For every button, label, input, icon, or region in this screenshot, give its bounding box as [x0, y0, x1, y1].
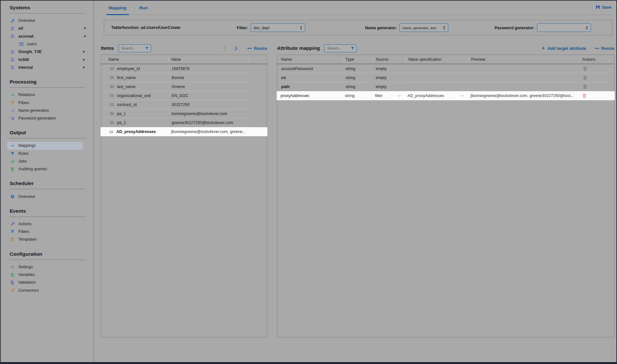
sidebar-item-label: Filters [18, 229, 29, 234]
mapping-resize-button[interactable]: Resize [595, 46, 614, 51]
sidebar-section-processing: ProcessingRelationsFiltersName generatio… [1, 75, 94, 122]
source-select[interactable]: empty [373, 82, 406, 91]
page-next-button[interactable] [235, 46, 237, 50]
sidebar-item-ad[interactable]: ad [7, 24, 83, 32]
row-gutter [249, 109, 267, 118]
attribute-mapping-title: Attribute mapping [277, 45, 320, 51]
sidebar-item-mappings[interactable]: Mappings [7, 142, 83, 149]
sidebar-item-google-t4e[interactable]: Google_T4E [7, 48, 83, 56]
row-gutter [610, 82, 614, 91]
mapping-row-accountpassword[interactable]: accountPasswordstringempty [277, 64, 614, 73]
drag-handle-icon[interactable] [110, 85, 114, 88]
drag-handle-icon[interactable] [110, 76, 114, 79]
sidebar-item-variables[interactable]: Variables [7, 271, 83, 279]
table-function-label: Table/function: ad.Users/UserCreate [111, 25, 180, 30]
users-icon [10, 57, 15, 62]
column-header-name[interactable]: Name [277, 55, 343, 64]
item-name: first_name [117, 75, 136, 80]
drag-handle-icon[interactable] [110, 112, 114, 115]
section-divider [10, 217, 85, 217]
sidebar-item-connectors[interactable]: Connectors [7, 287, 83, 294]
sidebar-item-filters[interactable]: Filters [7, 99, 83, 106]
attribute-preview [469, 73, 580, 82]
items-row-pa-2[interactable]: pa_2greene30227250@tools4ever.com [101, 118, 267, 127]
drag-handle-icon[interactable] [110, 94, 114, 97]
sidebar-item-hr500[interactable]: hr500 [7, 56, 83, 63]
attribute-name: accountPassword [281, 67, 313, 71]
column-header-value[interactable]: Value [168, 55, 249, 64]
note-pencil-icon [10, 159, 15, 164]
users-icon [10, 34, 15, 39]
items-row-employee-id[interactable]: employee_id16875678 [101, 64, 267, 73]
chevron-right-icon[interactable] [83, 50, 86, 53]
source-select[interactable]: filter [372, 91, 405, 100]
sidebar-item-templates[interactable]: Templates [7, 235, 83, 243]
sidebar-item-azuread[interactable]: azuread [7, 32, 83, 40]
value-specification-select[interactable] [406, 73, 469, 82]
chevron-right-icon[interactable] [83, 58, 86, 61]
mapping-row-cn[interactable]: cnstringempty [277, 73, 614, 82]
sidebar-item-settings[interactable]: Settings [7, 263, 83, 271]
sidebar-item-name-generation[interactable]: Name generation [7, 107, 83, 114]
password-generator-label: Password generator: [495, 25, 534, 30]
items-resize-button[interactable]: Resize [247, 46, 267, 51]
value-specification-select[interactable]: AD_proxyAddresses [405, 91, 468, 100]
sidebar-item-label: Settings [18, 265, 33, 269]
sidebar-item-validation[interactable]: Validation [7, 279, 83, 286]
value-specification-select[interactable] [406, 64, 469, 73]
sidebar-item-filters[interactable]: Filters [7, 228, 83, 235]
column-header-source[interactable]: Source [373, 55, 406, 64]
drag-handle-icon[interactable] [109, 130, 113, 134]
sidebar-item-label: Password generation [18, 116, 56, 120]
drag-handle-icon[interactable] [110, 67, 114, 70]
items-row-contract-id[interactable]: contract_id30227250 [101, 100, 267, 109]
sidebar-item-label: Auditing queries [18, 167, 47, 171]
chevron-down-icon[interactable] [84, 36, 86, 39]
column-header-preview[interactable]: Preview [469, 55, 580, 64]
column-header-name[interactable]: Name [101, 55, 168, 64]
items-panel-title: Items [101, 45, 114, 51]
page-previous-button[interactable] [223, 46, 226, 50]
name-generator-select[interactable]: name_generator_test [399, 23, 448, 32]
filter-select[interactable]: doc_dept [251, 23, 305, 32]
sidebar-item-users[interactable]: users [7, 40, 83, 48]
items-row-first-name[interactable]: first_nameBonnie [101, 73, 267, 82]
drag-handle-icon[interactable] [110, 103, 114, 106]
column-header-value-specification[interactable]: Value specification [406, 55, 469, 64]
delete-attribute-button trash-icon[interactable] [583, 67, 587, 71]
tab-mapping[interactable]: Mapping [106, 1, 129, 15]
sidebar-item-overview[interactable]: Overview [7, 17, 83, 24]
add-target-attribute-button[interactable]: + Add target attribute [542, 46, 586, 51]
items-row-last-name[interactable]: last_nameGreene [101, 82, 267, 91]
source-select[interactable]: empty [373, 73, 406, 82]
table-icon [19, 41, 24, 47]
delete-attribute-button trash-icon[interactable] [583, 75, 587, 80]
sidebar-item-overview[interactable]: Overview [7, 192, 83, 200]
chevron-right-icon[interactable] [83, 66, 86, 69]
drag-handle-icon[interactable] [110, 121, 114, 124]
chevron-down-icon[interactable] [84, 28, 86, 31]
items-row-pa-1[interactable]: pa_1bonniegreene@tools4ever.com [101, 109, 267, 118]
column-header-type[interactable]: Type [343, 55, 373, 64]
mapping-row-path[interactable]: pathstringempty [277, 82, 614, 91]
value-specification-select[interactable] [406, 82, 469, 91]
password-generator-select[interactable] [537, 23, 591, 32]
sidebar-item-auditing-queries[interactable]: Auditing queries [7, 165, 83, 173]
wrench-icon [10, 18, 15, 23]
sidebar-item-actions[interactable]: Actions [7, 220, 83, 228]
delete-attribute-button trash-icon[interactable] [583, 84, 587, 89]
delete-attribute-button trash-icon[interactable] [582, 93, 586, 98]
sidebar-item-roles[interactable]: Roles [7, 150, 83, 157]
attribute-name: proxyAddresses [281, 93, 309, 98]
sidebar-section-scheduler: SchedulerOverview [1, 176, 94, 200]
items-row-organizational-unit[interactable]: organizational_unitEN_DOC [101, 91, 267, 100]
sidebar-item-relations[interactable]: Relations [7, 91, 83, 99]
tab-run[interactable]: Run [137, 1, 150, 15]
sidebar-item-jobs[interactable]: Jobs [7, 157, 83, 165]
sidebar-item-internal[interactable]: internal [7, 64, 83, 71]
sidebar-item-password-generation[interactable]: Password generation [7, 114, 83, 122]
save-button[interactable]: Save [596, 5, 612, 10]
source-select[interactable]: empty [373, 64, 406, 73]
items-row-ad-proxyaddresses[interactable]: AD_proxyAddresses[bonniegreene@tools4eve… [101, 127, 267, 136]
mapping-row-proxyaddresses[interactable]: proxyAddressesstringfilterAD_proxyAddres… [277, 91, 615, 100]
